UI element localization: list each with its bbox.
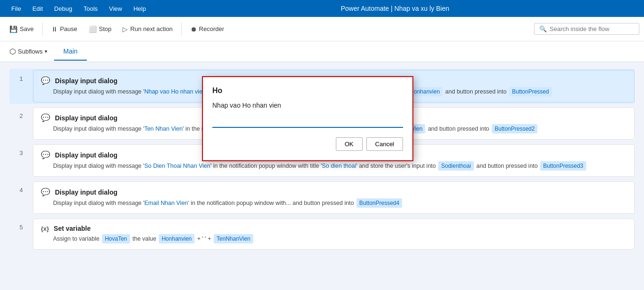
action-title-2: Display input dialog: [55, 114, 117, 122]
toolbar-divider-1: [42, 23, 43, 36]
action-5-var3: TenNhanVien: [214, 234, 253, 243]
run-next-button[interactable]: ▷ Run next action: [118, 23, 177, 36]
input-dialog: Ho Nhap vao Ho nhan vien OK Cancel: [202, 76, 413, 161]
dialog-icon-4: 💬: [41, 188, 50, 196]
menu-help[interactable]: Help: [128, 1, 152, 16]
recorder-button[interactable]: ⏺ Recorder: [186, 23, 229, 36]
action-2-var2: ButtonPressed2: [492, 124, 537, 133]
dialog-icon-2: 💬: [41, 113, 50, 122]
action-4-message: Email Nhan Vien: [144, 200, 188, 206]
menu-edit[interactable]: Edit: [27, 1, 48, 16]
search-bar[interactable]: 🔍: [534, 23, 639, 35]
action-1-message: Nhap vao Ho nhan vien: [144, 88, 206, 95]
dialog-message: Nhap vao Ho nhan vien: [212, 102, 403, 109]
toolbar-divider-2: [181, 23, 182, 36]
action-title-5: Set variable: [54, 225, 91, 232]
dialog-buttons: OK Cancel: [212, 137, 403, 151]
subflows-icon: ⬡: [9, 47, 16, 56]
action-2-message: Ten Nhan Vien: [144, 125, 183, 132]
recorder-label: Recorder: [199, 25, 224, 32]
subflows-button[interactable]: ⬡ Subflows ▾: [5, 44, 52, 59]
menu-tools[interactable]: Tools: [78, 1, 103, 16]
dialog-icon-1: 💬: [41, 76, 50, 85]
row-number-1: 1: [9, 69, 33, 104]
action-title-3: Display input dialog: [55, 151, 117, 159]
stop-icon: ⬜: [89, 25, 97, 33]
subflows-label: Subflows: [18, 48, 43, 55]
run-next-label: Run next action: [130, 25, 172, 32]
action-4-var2: ButtonPressed4: [357, 198, 402, 208]
dialog-icon-3: 💬: [41, 150, 50, 159]
tab-main[interactable]: Main: [54, 43, 87, 61]
tabs-bar: ⬡ Subflows ▾ Main: [0, 41, 644, 62]
dialog-cancel-button[interactable]: Cancel: [366, 137, 403, 151]
pause-icon: ⏸: [51, 25, 58, 33]
menu-debug[interactable]: Debug: [48, 1, 78, 16]
action-title-1: Display input dialog: [55, 77, 117, 85]
recorder-icon: ⏺: [190, 25, 197, 33]
menu-view[interactable]: View: [103, 1, 128, 16]
action-card-4[interactable]: 💬 Display input dialog Display input dia…: [33, 181, 635, 214]
action-3-var2: ButtonPressed3: [540, 161, 586, 171]
action-title-4: Display input dialog: [55, 188, 117, 196]
run-next-icon: ▷: [123, 25, 128, 33]
menu-file[interactable]: File: [6, 1, 27, 16]
subflows-chevron-icon: ▾: [45, 48, 47, 55]
stop-button[interactable]: ⬜ Stop: [84, 23, 116, 36]
action-desc-4: Display input dialog with message 'Email…: [41, 198, 627, 208]
dialog-title: Ho: [212, 86, 403, 95]
save-label: Save: [20, 25, 34, 32]
action-5-var2: Honhanvien: [159, 234, 194, 243]
action-3-var1: Sodienthoai: [438, 161, 473, 171]
action-header-5: {x} Set variable: [41, 225, 627, 232]
app-title: Power Automate | Nhap va xu ly Bien: [152, 5, 638, 12]
action-3-message: So Dien Thoai Nhan Vien: [144, 163, 210, 169]
pause-label: Pause: [60, 25, 78, 32]
row-number-2: 2: [9, 106, 33, 141]
setvariable-icon-5: {x}: [41, 225, 49, 232]
action-3-title-val: So dien thoai: [322, 163, 356, 169]
search-icon: 🔍: [539, 25, 547, 32]
save-button[interactable]: 💾 Save: [5, 23, 39, 36]
dialog-text-input[interactable]: [212, 116, 403, 128]
search-input[interactable]: [550, 25, 634, 32]
action-card-5[interactable]: {x} Set variable Assign to variable Hova…: [33, 219, 635, 250]
row-number-4: 4: [9, 180, 33, 215]
action-row-4: 4 💬 Display input dialog Display input d…: [9, 180, 635, 215]
action-desc-5: Assign to variable HovaTen the value Hon…: [41, 234, 627, 243]
dialog-ok-button[interactable]: OK: [336, 137, 363, 151]
pause-button[interactable]: ⏸ Pause: [47, 23, 82, 36]
flow-content: 1 💬 Display input dialog Display input d…: [0, 62, 644, 290]
action-1-var2: ButtonPressed: [509, 87, 552, 96]
action-header-4: 💬 Display input dialog: [41, 188, 627, 196]
action-5-var1: HovaTen: [102, 234, 130, 243]
menu-bar: File Edit Debug Tools View Help Power Au…: [0, 0, 644, 17]
row-number-5: 5: [9, 217, 33, 251]
stop-label: Stop: [99, 25, 112, 32]
save-icon: 💾: [9, 25, 17, 33]
action-desc-3: Display input dialog with message 'So Di…: [41, 161, 627, 171]
toolbar: 💾 Save ⏸ Pause ⬜ Stop ▷ Run next action …: [0, 17, 644, 41]
row-number-3: 3: [9, 143, 33, 178]
action-row-5: 5 {x} Set variable Assign to variable Ho…: [9, 217, 635, 251]
